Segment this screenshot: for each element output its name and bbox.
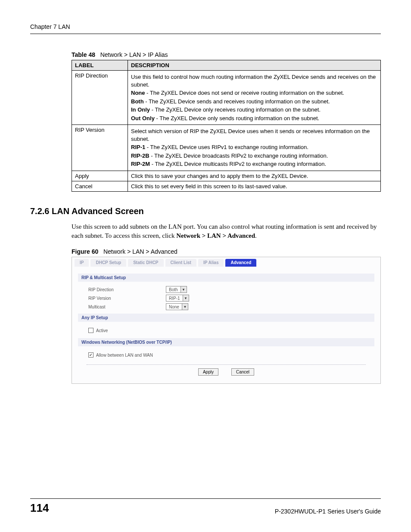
desc-text: - The ZyXEL Device only sends routing in… bbox=[155, 115, 319, 121]
page-footer: 114 P-2302HWUDL-P1 Series User's Guide bbox=[30, 498, 381, 515]
figure-panel: RIP & Multicast Setup RIP Direction Both… bbox=[72, 267, 380, 383]
group-rip-multicast: RIP & Multicast Setup bbox=[78, 274, 374, 282]
section-heading: 7.2.6 LAN Advanced Screen bbox=[30, 206, 381, 216]
cancel-button[interactable]: Cancel bbox=[231, 368, 254, 376]
th-description: DESCRIPTION bbox=[128, 60, 381, 71]
figure-screenshot: IP DHCP Setup Static DHCP Client List IP… bbox=[72, 257, 381, 384]
row-active: Active bbox=[78, 325, 374, 336]
cell-label: RIP Version bbox=[72, 125, 128, 171]
desc-line: RIP-1 - The ZyXEL Device uses RIPv1 to e… bbox=[131, 143, 377, 151]
tab-ip-alias[interactable]: IP Alias bbox=[198, 259, 224, 267]
row-rip-direction: RIP Direction Both ▼ bbox=[78, 285, 374, 294]
tab-ip[interactable]: IP bbox=[75, 259, 89, 267]
table-caption: Table 48 Network > LAN > IP Alias bbox=[72, 51, 381, 58]
tab-advanced[interactable]: Advanced bbox=[225, 259, 256, 267]
tab-client-list[interactable]: Client List bbox=[165, 259, 196, 267]
desc-bold: In Only bbox=[131, 106, 150, 113]
body-paragraph: Use this screen to add subnets on the LA… bbox=[72, 222, 381, 240]
desc-text: - The ZyXEL Device broadcasts RIPv2 to e… bbox=[149, 152, 328, 159]
button-row: Apply Cancel bbox=[87, 364, 366, 376]
running-header: Chapter 7 LAN bbox=[30, 23, 381, 34]
label-rip-version: RIP Version bbox=[88, 296, 162, 301]
desc-line: RIP-2B - The ZyXEL Device broadcasts RIP… bbox=[131, 152, 377, 160]
definition-table: LABEL DESCRIPTION RIP Direction Use this… bbox=[72, 60, 381, 192]
figure-caption-label: Figure 60 bbox=[72, 248, 98, 255]
cell-label: Cancel bbox=[72, 181, 128, 192]
guide-name: P-2302HWUDL-P1 Series User's Guide bbox=[275, 508, 381, 515]
cell-label: RIP Direction bbox=[72, 71, 128, 125]
desc-text: - The ZyXEL Device does not send or rece… bbox=[145, 90, 344, 96]
row-allow-lan-wan: ✔ Allow between LAN and WAN bbox=[78, 350, 374, 360]
figure-caption-text: Network > LAN > Advanced bbox=[103, 248, 177, 255]
label-rip-direction: RIP Direction bbox=[88, 287, 162, 292]
desc-text: - The ZyXEL Device multicasts RIPv2 to e… bbox=[150, 161, 326, 167]
desc-line: RIP-2M - The ZyXEL Device multicasts RIP… bbox=[131, 160, 377, 168]
desc-bold: RIP-2M bbox=[131, 161, 150, 167]
tabs-row: IP DHCP Setup Static DHCP Client List IP… bbox=[72, 257, 380, 267]
desc-bold: RIP-2B bbox=[131, 152, 149, 159]
label-active: Active bbox=[96, 328, 108, 333]
select-rip-direction[interactable]: Both ▼ bbox=[166, 286, 187, 293]
cell-desc: Click this to save your changes and to a… bbox=[128, 171, 381, 181]
chevron-down-icon: ▼ bbox=[181, 286, 187, 292]
select-value: None bbox=[166, 305, 182, 309]
select-value: RIP-1 bbox=[166, 296, 183, 301]
figure-caption: Figure 60 Network > LAN > Advanced bbox=[72, 248, 381, 255]
table-caption-text: Network > LAN > IP Alias bbox=[100, 51, 168, 58]
desc-bold: None bbox=[131, 90, 145, 96]
tab-static-dhcp[interactable]: Static DHCP bbox=[128, 259, 163, 267]
desc-text: - The ZyXEL Device only receives routing… bbox=[150, 106, 321, 113]
chevron-down-icon: ▼ bbox=[183, 295, 189, 301]
table-row: Apply Click this to save your changes an… bbox=[72, 171, 381, 181]
table-caption-label: Table 48 bbox=[72, 51, 95, 58]
desc-text: - The ZyXEL Device sends and receives ro… bbox=[144, 98, 330, 105]
chevron-down-icon: ▼ bbox=[182, 304, 188, 310]
checkbox-allow-lan-wan[interactable]: ✔ bbox=[88, 352, 93, 358]
select-rip-version[interactable]: RIP-1 ▼ bbox=[166, 295, 189, 302]
table-row: RIP Direction Use this field to control … bbox=[72, 71, 381, 125]
checkbox-active[interactable] bbox=[88, 328, 93, 333]
label-allow-lan-wan: Allow between LAN and WAN bbox=[96, 353, 153, 358]
row-multicast: Multicast None ▼ bbox=[78, 302, 374, 311]
desc-bold: RIP-1 bbox=[131, 144, 145, 150]
body-text-bold: Network > LAN > Advanced bbox=[176, 232, 255, 239]
desc-line: Out Only - The ZyXEL Device only sends r… bbox=[131, 115, 377, 122]
desc-bold: Out Only bbox=[131, 115, 155, 121]
select-multicast[interactable]: None ▼ bbox=[166, 303, 188, 310]
tab-dhcp-setup[interactable]: DHCP Setup bbox=[90, 259, 126, 267]
group-any-ip: Any IP Setup bbox=[78, 314, 374, 322]
cell-label: Apply bbox=[72, 171, 128, 181]
label-multicast: Multicast bbox=[88, 305, 162, 309]
desc-line: Use this field to control how much routi… bbox=[131, 73, 377, 88]
desc-text: - The ZyXEL Device uses RIPv1 to exchang… bbox=[145, 144, 308, 150]
cell-desc: Use this field to control how much routi… bbox=[128, 71, 381, 125]
desc-bold: Both bbox=[131, 98, 144, 105]
page-number: 114 bbox=[30, 501, 49, 515]
body-text-post: . bbox=[255, 232, 257, 239]
desc-line: In Only - The ZyXEL Device only receives… bbox=[131, 106, 377, 114]
select-value: Both bbox=[166, 287, 181, 292]
table-row: Cancel Click this to set every field in … bbox=[72, 181, 381, 192]
table-row: RIP Version Select which version of RIP … bbox=[72, 125, 381, 171]
th-label: LABEL bbox=[72, 60, 128, 71]
desc-line: None - The ZyXEL Device does not send or… bbox=[131, 89, 377, 97]
row-rip-version: RIP Version RIP-1 ▼ bbox=[78, 294, 374, 302]
group-windows-networking: Windows Networking (NetBIOS over TCP/IP) bbox=[78, 338, 374, 346]
cell-desc: Select which version of RIP the ZyXEL De… bbox=[128, 125, 381, 171]
apply-button[interactable]: Apply bbox=[198, 368, 218, 376]
desc-line: Both - The ZyXEL Device sends and receiv… bbox=[131, 98, 377, 106]
desc-line: Select which version of RIP the ZyXEL De… bbox=[131, 128, 377, 143]
cell-desc: Click this to set every field in this sc… bbox=[128, 181, 381, 192]
